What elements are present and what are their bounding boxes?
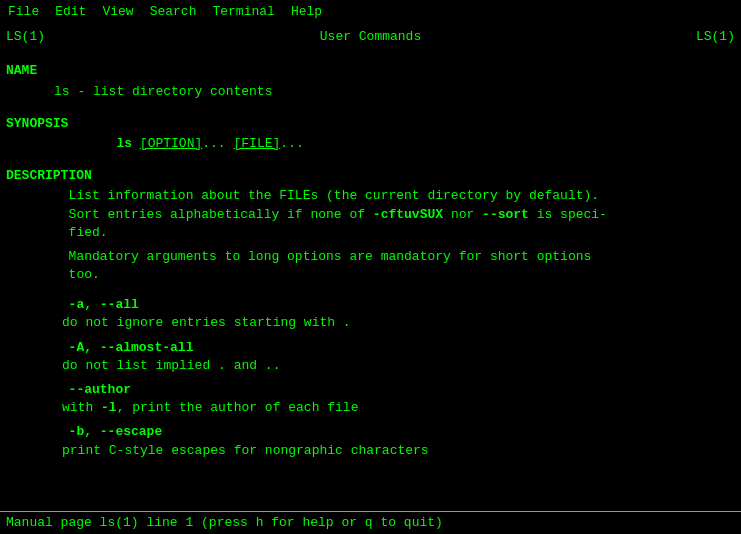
menu-view[interactable]: View <box>94 2 141 22</box>
header-right: LS(1) <box>696 28 735 46</box>
menu-edit[interactable]: Edit <box>47 2 94 22</box>
section-synopsis-title: SYNOPSIS <box>6 115 735 133</box>
option-a-desc: do not ignore entries starting with . <box>6 314 735 332</box>
menu-search[interactable]: Search <box>142 2 205 22</box>
menu-terminal[interactable]: Terminal <box>204 2 282 22</box>
status-bar: Manual page ls(1) line 1 (press h for he… <box>0 511 741 534</box>
desc-flag-cftuvSUX: -cftuvSUX <box>373 207 443 222</box>
option-b-flag: -b, --escape <box>6 423 735 441</box>
desc-line-2: Sort entries alphabetically if none of -… <box>6 206 735 224</box>
option-a-flag: -a, --all <box>6 296 735 314</box>
menu-file[interactable]: File <box>0 2 47 22</box>
section-name-title: NAME <box>6 62 735 80</box>
option-b-desc: print C-style escapes for nongraphic cha… <box>6 442 735 460</box>
desc-line-4: Mandatory arguments to long options are … <box>6 248 735 266</box>
header-center: User Commands <box>320 28 421 46</box>
option-author-desc: with -l, print the author of each file <box>6 399 735 417</box>
desc-line-5: too. <box>6 266 735 284</box>
terminal-content: LS(1) User Commands LS(1) NAME ls - list… <box>0 24 741 511</box>
man-page-header: LS(1) User Commands LS(1) <box>6 28 735 46</box>
section-synopsis-content: ls [OPTION]... [FILE]... <box>6 135 735 153</box>
section-name-content: ls - list directory contents <box>6 83 735 101</box>
menu-bar: File Edit View Search Terminal Help <box>0 0 741 24</box>
desc-line-1: List information about the FILEs (the cu… <box>6 187 735 205</box>
synopsis-file: [FILE] <box>233 136 280 151</box>
option-A-desc: do not list implied . and .. <box>6 357 735 375</box>
desc-flag-sort: --sort <box>482 207 529 222</box>
option-A-flag: -A, --almost-all <box>6 339 735 357</box>
section-description-title: DESCRIPTION <box>6 167 735 185</box>
synopsis-option: [OPTION] <box>140 136 202 151</box>
menu-help[interactable]: Help <box>283 2 330 22</box>
synopsis-command: ls <box>116 136 132 151</box>
option-author-flag: --author <box>6 381 735 399</box>
header-left: LS(1) <box>6 28 45 46</box>
option-author-l: -l <box>101 400 117 415</box>
desc-line-3: fied. <box>6 224 735 242</box>
